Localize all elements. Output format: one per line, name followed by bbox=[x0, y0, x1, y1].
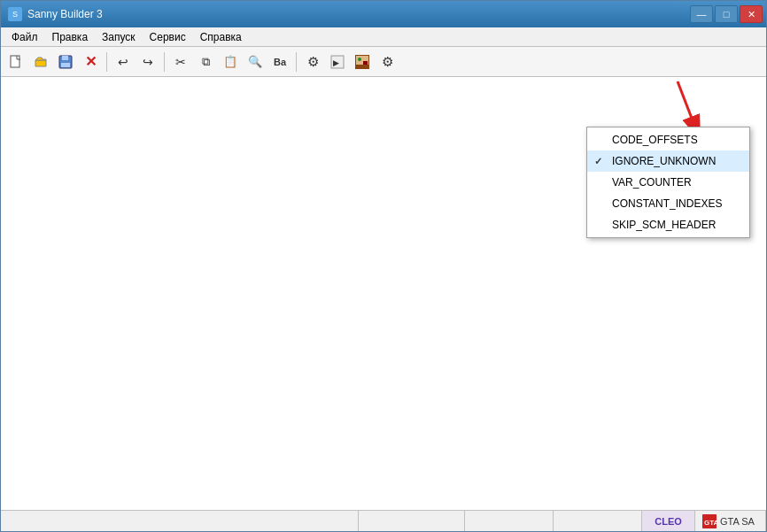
redo-button[interactable]: ↪ bbox=[136, 50, 159, 73]
dropdown-item-skip-scm-header[interactable]: SKIP_SCM_HEADER bbox=[587, 214, 749, 235]
svg-rect-2 bbox=[62, 56, 68, 60]
separator-3 bbox=[296, 52, 297, 72]
dropdown-item-ignore-unknown[interactable]: ✓ IGNORE_UNKNOWN bbox=[587, 150, 749, 172]
gta-icon: GTA bbox=[702, 514, 717, 528]
svg-rect-0 bbox=[11, 56, 19, 67]
compile-button[interactable]: ▶ bbox=[326, 50, 349, 73]
check-ignore-unknown: ✓ bbox=[594, 156, 607, 167]
close-file-button[interactable]: ✕ bbox=[79, 50, 102, 73]
find-button[interactable]: 🔍 bbox=[244, 50, 267, 73]
status-segment-4 bbox=[554, 511, 642, 531]
dropdown-item-constant-indexes[interactable]: CONSTANT_INDEXES bbox=[587, 193, 749, 214]
label-constant-indexes: CONSTANT_INDEXES bbox=[612, 197, 722, 210]
close-button[interactable]: ✕ bbox=[740, 5, 763, 23]
minimize-button[interactable]: — bbox=[690, 5, 713, 23]
svg-text:▶: ▶ bbox=[333, 58, 339, 67]
menu-run[interactable]: Запуск bbox=[95, 29, 143, 45]
paste-button[interactable]: 📋 bbox=[219, 50, 242, 73]
menu-edit[interactable]: Правка bbox=[45, 29, 96, 45]
title-bar-left: S Sanny Builder 3 bbox=[8, 7, 103, 21]
menu-service[interactable]: Сервис bbox=[143, 29, 193, 45]
main-window: S Sanny Builder 3 — □ ✕ Файл Правка Запу… bbox=[0, 0, 767, 532]
dropdown-item-code-offsets[interactable]: CODE_OFFSETS bbox=[587, 129, 749, 150]
dropdown-menu: CODE_OFFSETS ✓ IGNORE_UNKNOWN VAR_COUNTE… bbox=[586, 127, 750, 238]
browse-button[interactable] bbox=[351, 50, 374, 73]
gta-label: GTA SA bbox=[720, 516, 755, 527]
save-button[interactable] bbox=[54, 50, 77, 73]
new-button[interactable] bbox=[4, 50, 27, 73]
settings-button[interactable]: ⚙ bbox=[301, 50, 324, 73]
status-segment-3 bbox=[465, 511, 554, 531]
svg-text:GTA: GTA bbox=[704, 519, 717, 527]
svg-rect-3 bbox=[61, 63, 70, 67]
app-icon: S bbox=[8, 7, 22, 21]
label-skip-scm-header: SKIP_SCM_HEADER bbox=[612, 219, 716, 231]
status-segment-1 bbox=[1, 511, 359, 531]
menu-help[interactable]: Справка bbox=[193, 29, 249, 45]
toolbar: ✕ ↩ ↪ ✂ ⧉ 📋 🔍 Ba ⚙ ▶ ⚙ bbox=[1, 47, 766, 77]
copy-button[interactable]: ⧉ bbox=[194, 50, 217, 73]
maximize-button[interactable]: □ bbox=[715, 5, 738, 23]
svg-point-8 bbox=[358, 58, 361, 61]
content-area: CODE_OFFSETS ✓ IGNORE_UNKNOWN VAR_COUNTE… bbox=[1, 77, 766, 510]
replace-button[interactable]: Ba bbox=[268, 50, 291, 73]
svg-rect-9 bbox=[363, 61, 368, 65]
status-cleo[interactable]: CLEO bbox=[642, 511, 695, 531]
title-bar-controls: — □ ✕ bbox=[690, 5, 763, 23]
separator-2 bbox=[164, 52, 165, 72]
label-var-counter: VAR_COUNTER bbox=[612, 176, 692, 189]
separator-1 bbox=[106, 52, 107, 72]
status-gta[interactable]: GTA GTA SA bbox=[695, 511, 766, 531]
cut-button[interactable]: ✂ bbox=[169, 50, 192, 73]
menu-file[interactable]: Файл bbox=[4, 29, 45, 45]
status-bar: CLEO GTA GTA SA bbox=[1, 510, 766, 531]
menu-bar: Файл Правка Запуск Сервис Справка bbox=[1, 27, 766, 47]
options-button[interactable]: ⚙ bbox=[376, 50, 399, 73]
window-title: Sanny Builder 3 bbox=[27, 8, 103, 20]
undo-button[interactable]: ↩ bbox=[112, 50, 135, 73]
dropdown-item-var-counter[interactable]: VAR_COUNTER bbox=[587, 172, 749, 193]
label-code-offsets: CODE_OFFSETS bbox=[612, 134, 698, 146]
label-ignore-unknown: IGNORE_UNKNOWN bbox=[612, 155, 716, 167]
open-button[interactable] bbox=[29, 50, 52, 73]
title-bar: S Sanny Builder 3 — □ ✕ bbox=[1, 1, 766, 27]
status-segment-2 bbox=[359, 511, 465, 531]
